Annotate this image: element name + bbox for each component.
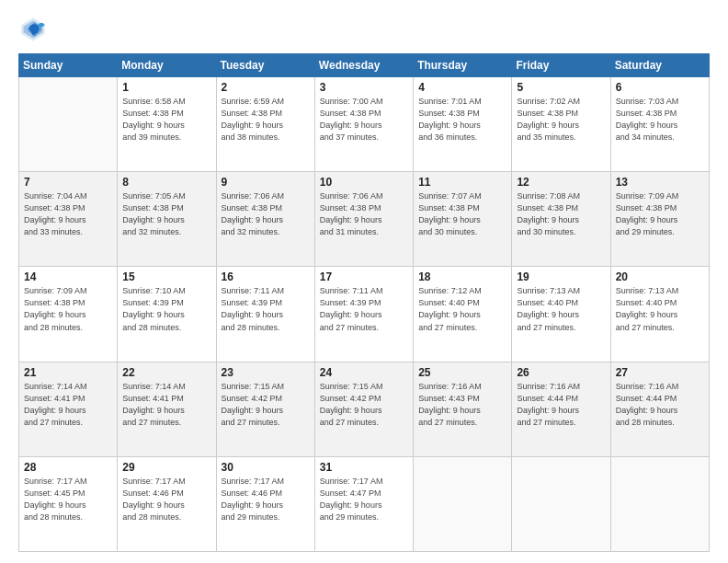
day-number: 3 — [320, 81, 408, 94]
day-info: Sunrise: 7:13 AM Sunset: 4:40 PM Dayligh… — [517, 285, 605, 333]
day-number: 21 — [24, 366, 112, 379]
day-number: 6 — [616, 81, 704, 94]
calendar-cell: 28Sunrise: 7:17 AM Sunset: 4:45 PM Dayli… — [19, 456, 118, 551]
day-info: Sunrise: 6:58 AM Sunset: 4:38 PM Dayligh… — [122, 96, 210, 144]
calendar-cell: 19Sunrise: 7:13 AM Sunset: 4:40 PM Dayli… — [512, 267, 610, 362]
calendar-cell: 12Sunrise: 7:08 AM Sunset: 4:38 PM Dayli… — [512, 172, 610, 267]
calendar-cell: 17Sunrise: 7:11 AM Sunset: 4:39 PM Dayli… — [314, 267, 413, 362]
calendar-cell: 24Sunrise: 7:15 AM Sunset: 4:42 PM Dayli… — [314, 362, 413, 456]
day-info: Sunrise: 7:16 AM Sunset: 4:44 PM Dayligh… — [616, 381, 704, 429]
calendar-table: SundayMondayTuesdayWednesdayThursdayFrid… — [18, 53, 710, 552]
day-number: 9 — [222, 176, 310, 189]
day-number: 20 — [616, 270, 704, 283]
day-info: Sunrise: 7:08 AM Sunset: 4:38 PM Dayligh… — [517, 190, 605, 238]
day-info: Sunrise: 7:17 AM Sunset: 4:47 PM Dayligh… — [320, 476, 408, 523]
day-info: Sunrise: 7:10 AM Sunset: 4:39 PM Dayligh… — [122, 285, 210, 333]
day-info: Sunrise: 7:17 AM Sunset: 4:45 PM Dayligh… — [24, 476, 112, 523]
day-info: Sunrise: 7:15 AM Sunset: 4:42 PM Dayligh… — [222, 381, 310, 429]
day-info: Sunrise: 7:12 AM Sunset: 4:40 PM Dayligh… — [418, 285, 506, 333]
day-number: 10 — [320, 176, 408, 189]
calendar-cell — [610, 456, 709, 551]
calendar-cell: 31Sunrise: 7:17 AM Sunset: 4:47 PM Dayli… — [314, 456, 413, 551]
day-number: 2 — [222, 81, 310, 94]
day-number: 24 — [320, 366, 408, 379]
day-number: 13 — [616, 176, 704, 189]
calendar-cell — [414, 456, 512, 551]
day-number: 30 — [222, 461, 310, 474]
day-info: Sunrise: 7:00 AM Sunset: 4:38 PM Dayligh… — [320, 96, 408, 144]
week-row-2: 7Sunrise: 7:04 AM Sunset: 4:38 PM Daylig… — [19, 172, 710, 267]
day-info: Sunrise: 7:07 AM Sunset: 4:38 PM Dayligh… — [418, 190, 506, 238]
day-info: Sunrise: 7:09 AM Sunset: 4:38 PM Dayligh… — [616, 190, 704, 238]
day-number: 7 — [24, 176, 112, 189]
day-info: Sunrise: 7:11 AM Sunset: 4:39 PM Dayligh… — [320, 285, 408, 333]
calendar-cell: 10Sunrise: 7:06 AM Sunset: 4:38 PM Dayli… — [314, 172, 413, 267]
logo — [18, 15, 51, 44]
day-info: Sunrise: 7:03 AM Sunset: 4:38 PM Dayligh… — [616, 96, 704, 144]
calendar-cell: 16Sunrise: 7:11 AM Sunset: 4:39 PM Dayli… — [216, 267, 314, 362]
day-number: 5 — [517, 81, 605, 94]
weekday-header-monday: Monday — [118, 54, 216, 77]
day-number: 17 — [320, 270, 408, 283]
day-number: 26 — [517, 366, 605, 379]
day-info: Sunrise: 7:17 AM Sunset: 4:46 PM Dayligh… — [222, 476, 310, 523]
calendar-cell: 25Sunrise: 7:16 AM Sunset: 4:43 PM Dayli… — [414, 362, 512, 456]
calendar-cell — [512, 456, 610, 551]
calendar-cell — [19, 77, 118, 172]
calendar-cell: 2Sunrise: 6:59 AM Sunset: 4:38 PM Daylig… — [216, 77, 314, 172]
calendar-cell: 23Sunrise: 7:15 AM Sunset: 4:42 PM Dayli… — [216, 362, 314, 456]
day-info: Sunrise: 6:59 AM Sunset: 4:38 PM Dayligh… — [222, 96, 310, 144]
day-info: Sunrise: 7:04 AM Sunset: 4:38 PM Dayligh… — [24, 190, 112, 238]
day-info: Sunrise: 7:14 AM Sunset: 4:41 PM Dayligh… — [122, 381, 210, 429]
day-info: Sunrise: 7:06 AM Sunset: 4:38 PM Dayligh… — [320, 190, 408, 238]
day-number: 14 — [24, 270, 112, 283]
day-info: Sunrise: 7:13 AM Sunset: 4:40 PM Dayligh… — [616, 285, 704, 333]
calendar-cell: 7Sunrise: 7:04 AM Sunset: 4:38 PM Daylig… — [19, 172, 118, 267]
calendar-cell: 8Sunrise: 7:05 AM Sunset: 4:38 PM Daylig… — [118, 172, 216, 267]
day-info: Sunrise: 7:06 AM Sunset: 4:38 PM Dayligh… — [222, 190, 310, 238]
calendar-cell: 18Sunrise: 7:12 AM Sunset: 4:40 PM Dayli… — [414, 267, 512, 362]
calendar-cell: 26Sunrise: 7:16 AM Sunset: 4:44 PM Dayli… — [512, 362, 610, 456]
logo-icon — [18, 15, 48, 44]
week-row-3: 14Sunrise: 7:09 AM Sunset: 4:38 PM Dayli… — [19, 267, 710, 362]
day-number: 12 — [517, 176, 605, 189]
day-number: 18 — [418, 270, 506, 283]
calendar-cell: 4Sunrise: 7:01 AM Sunset: 4:38 PM Daylig… — [414, 77, 512, 172]
day-number: 31 — [320, 461, 408, 474]
day-info: Sunrise: 7:14 AM Sunset: 4:41 PM Dayligh… — [24, 381, 112, 429]
weekday-header-tuesday: Tuesday — [216, 54, 314, 77]
week-row-4: 21Sunrise: 7:14 AM Sunset: 4:41 PM Dayli… — [19, 362, 710, 456]
day-info: Sunrise: 7:02 AM Sunset: 4:38 PM Dayligh… — [517, 96, 605, 144]
day-info: Sunrise: 7:17 AM Sunset: 4:46 PM Dayligh… — [122, 476, 210, 523]
calendar-cell: 3Sunrise: 7:00 AM Sunset: 4:38 PM Daylig… — [314, 77, 413, 172]
calendar-cell: 20Sunrise: 7:13 AM Sunset: 4:40 PM Dayli… — [610, 267, 709, 362]
week-row-1: 1Sunrise: 6:58 AM Sunset: 4:38 PM Daylig… — [19, 77, 710, 172]
calendar-cell: 9Sunrise: 7:06 AM Sunset: 4:38 PM Daylig… — [216, 172, 314, 267]
weekday-header-wednesday: Wednesday — [314, 54, 413, 77]
calendar-cell: 27Sunrise: 7:16 AM Sunset: 4:44 PM Dayli… — [610, 362, 709, 456]
day-number: 15 — [122, 270, 210, 283]
day-info: Sunrise: 7:05 AM Sunset: 4:38 PM Dayligh… — [122, 190, 210, 238]
day-number: 22 — [122, 366, 210, 379]
day-number: 8 — [122, 176, 210, 189]
day-number: 4 — [418, 81, 506, 94]
page: SundayMondayTuesdayWednesdayThursdayFrid… — [0, 0, 728, 563]
day-number: 11 — [418, 176, 506, 189]
day-info: Sunrise: 7:09 AM Sunset: 4:38 PM Dayligh… — [24, 285, 112, 333]
day-number: 28 — [24, 461, 112, 474]
calendar-cell: 11Sunrise: 7:07 AM Sunset: 4:38 PM Dayli… — [414, 172, 512, 267]
day-info: Sunrise: 7:11 AM Sunset: 4:39 PM Dayligh… — [222, 285, 310, 333]
day-info: Sunrise: 7:01 AM Sunset: 4:38 PM Dayligh… — [418, 96, 506, 144]
day-number: 27 — [616, 366, 704, 379]
header — [18, 15, 710, 44]
day-info: Sunrise: 7:15 AM Sunset: 4:42 PM Dayligh… — [320, 381, 408, 429]
calendar-cell: 6Sunrise: 7:03 AM Sunset: 4:38 PM Daylig… — [610, 77, 709, 172]
day-number: 25 — [418, 366, 506, 379]
day-number: 23 — [222, 366, 310, 379]
calendar-cell: 5Sunrise: 7:02 AM Sunset: 4:38 PM Daylig… — [512, 77, 610, 172]
calendar-cell: 15Sunrise: 7:10 AM Sunset: 4:39 PM Dayli… — [118, 267, 216, 362]
weekday-header-thursday: Thursday — [414, 54, 512, 77]
calendar-cell: 30Sunrise: 7:17 AM Sunset: 4:46 PM Dayli… — [216, 456, 314, 551]
week-row-5: 28Sunrise: 7:17 AM Sunset: 4:45 PM Dayli… — [19, 456, 710, 551]
weekday-header-row: SundayMondayTuesdayWednesdayThursdayFrid… — [19, 54, 710, 77]
